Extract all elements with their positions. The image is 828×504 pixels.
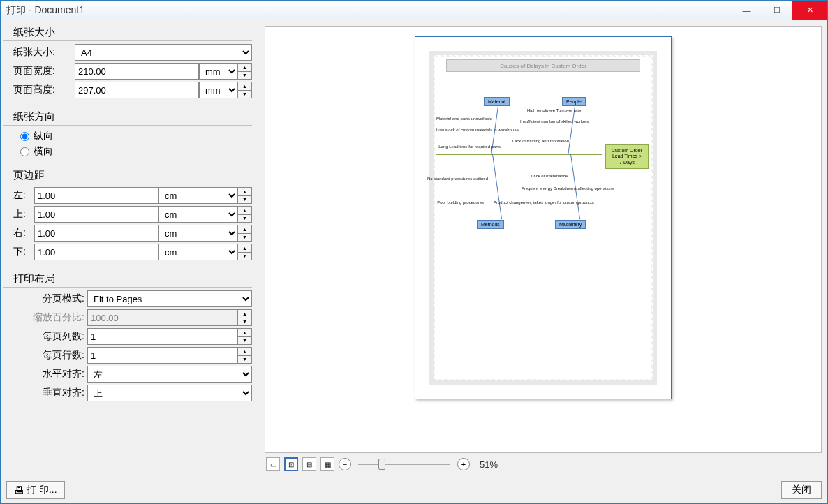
- scale-input: [87, 309, 238, 326]
- halign-select[interactable]: 左: [87, 366, 252, 383]
- ml-down[interactable]: ▼: [238, 196, 251, 204]
- cause-ppl3: Lack of training and motivation: [512, 139, 569, 144]
- scale-up: ▲: [238, 310, 251, 318]
- preview-page: Causes of Delays in Custom Order Custom …: [415, 36, 672, 399]
- rows-up[interactable]: ▲: [238, 348, 251, 356]
- group-layout: 打印布局: [3, 269, 252, 288]
- group-margins: 页边距: [3, 166, 252, 184]
- mr-down[interactable]: ▼: [238, 234, 251, 242]
- zoom-mode-width-icon[interactable]: ⊟: [302, 457, 316, 471]
- zoom-out-button[interactable]: −: [339, 458, 351, 470]
- cols-label: 每页列数:: [13, 330, 87, 343]
- margin-right-input[interactable]: [34, 225, 158, 242]
- cause-ppl1: High employee Turnover rate: [527, 108, 569, 113]
- height-down[interactable]: ▼: [238, 91, 251, 98]
- result-box: Custom Order Lead Times > 7 Days: [605, 144, 649, 169]
- settings-panel: 纸张大小 纸张大小: A4 页面宽度: mm ▲▼ 页面高度:: [1, 20, 259, 477]
- mr-up[interactable]: ▲: [238, 225, 251, 234]
- width-down[interactable]: ▼: [238, 72, 251, 80]
- margin-top-input[interactable]: [34, 206, 158, 223]
- titlebar: 打印 - Document1 — ☐ ✕: [1, 1, 827, 20]
- cause-mat3: Long Lead time for required parts: [438, 144, 501, 149]
- margin-right-label: 右:: [13, 227, 34, 239]
- minimize-button[interactable]: —: [731, 1, 762, 20]
- window-close-button[interactable]: ✕: [792, 1, 827, 20]
- margin-top-unit[interactable]: cm: [158, 206, 238, 223]
- zoom-mode-fit-icon[interactable]: ⊡: [284, 457, 298, 471]
- cause-ppl2: Insufficient number of skilled workers: [520, 119, 569, 124]
- cause-mat1: Material and parts unavailable: [436, 117, 492, 121]
- paper-size-select[interactable]: A4: [75, 44, 252, 61]
- cause-mth2: Poor building procedures: [437, 200, 484, 205]
- cols-up[interactable]: ▲: [238, 329, 251, 337]
- page-height-input[interactable]: [75, 82, 199, 98]
- diagram-title: Causes of Delays in Custom Order: [446, 59, 640, 72]
- margin-top-label: 上:: [13, 208, 34, 221]
- zoom-percent: 51%: [480, 459, 498, 470]
- margin-left-label: 左:: [13, 189, 34, 202]
- scale-label: 缩放百分比:: [13, 311, 87, 324]
- margin-bottom-input[interactable]: [34, 244, 158, 260]
- rows-down[interactable]: ▼: [238, 356, 251, 364]
- page-width-input[interactable]: [75, 63, 199, 80]
- cat-methods: Methods: [477, 220, 504, 229]
- mb-down[interactable]: ▼: [238, 253, 251, 260]
- halign-label: 水平对齐:: [13, 368, 87, 380]
- group-paper-size: 纸张大小: [3, 23, 252, 41]
- fishbone-diagram: Custom Order Lead Times > 7 Days Materia…: [435, 77, 651, 231]
- cause-mch3: Product changeover, takes longer for cus…: [494, 200, 563, 205]
- bottom-bar: 🖶打 印... 关闭: [1, 477, 827, 503]
- zoom-toolbar: ▭ ⊡ ⊟ ▦ − + 51%: [265, 453, 822, 471]
- orientation-portrait[interactable]: 纵向: [3, 128, 252, 144]
- margin-left-unit[interactable]: cm: [158, 187, 238, 204]
- printer-icon: 🖶: [14, 484, 24, 496]
- preview-panel: Causes of Delays in Custom Order Custom …: [259, 20, 827, 477]
- rows-input[interactable]: [87, 347, 238, 364]
- mb-up[interactable]: ▲: [238, 244, 251, 253]
- page-height-unit[interactable]: mm: [199, 82, 238, 98]
- zoom-mode-grid-icon[interactable]: ▦: [320, 457, 334, 471]
- mt-up[interactable]: ▲: [238, 207, 251, 215]
- zoom-slider[interactable]: [355, 457, 453, 471]
- print-dialog: 打印 - Document1 — ☐ ✕ 纸张大小 纸张大小: A4 页面宽度:: [0, 0, 828, 504]
- cause-mth1: No standard procedures outlined: [427, 177, 488, 181]
- ml-up[interactable]: ▲: [238, 188, 251, 196]
- zoom-mode-page-icon[interactable]: ▭: [266, 457, 280, 471]
- cause-mch2: Frequent energy Breakdowns affecting ope…: [522, 186, 591, 191]
- margin-bottom-unit[interactable]: cm: [158, 244, 238, 260]
- zoom-in-button[interactable]: +: [457, 458, 470, 470]
- margin-left-input[interactable]: [34, 187, 158, 204]
- cols-down[interactable]: ▼: [238, 337, 251, 345]
- height-up[interactable]: ▲: [238, 82, 251, 91]
- paging-label: 分页模式:: [13, 292, 87, 305]
- window-title: 打印 - Document1: [6, 4, 731, 17]
- cause-mch1: Lack of maitenance: [531, 174, 568, 179]
- maximize-button[interactable]: ☐: [762, 1, 792, 20]
- margin-bottom-label: 下:: [13, 246, 34, 258]
- page-height-label: 页面高度:: [13, 84, 75, 96]
- paging-select[interactable]: Fit to Pages: [87, 290, 252, 307]
- page-width-label: 页面宽度:: [13, 65, 75, 77]
- margin-right-unit[interactable]: cm: [158, 225, 238, 242]
- preview-area[interactable]: Causes of Delays in Custom Order Custom …: [265, 26, 822, 453]
- page-width-unit[interactable]: mm: [199, 63, 238, 80]
- cause-mat2: Low stock of custom materials in warehou…: [436, 128, 492, 133]
- cols-input[interactable]: [87, 328, 238, 345]
- cat-machinery: Machinery: [555, 220, 586, 229]
- print-button[interactable]: 🖶打 印...: [6, 481, 65, 499]
- close-button[interactable]: 关闭: [781, 481, 822, 499]
- scale-down: ▼: [238, 318, 251, 326]
- paper-size-label: 纸张大小:: [13, 46, 75, 59]
- rows-label: 每页行数:: [13, 349, 87, 362]
- group-orientation: 纸张方向: [3, 108, 252, 126]
- width-up[interactable]: ▲: [238, 64, 251, 72]
- cat-material: Material: [484, 97, 510, 106]
- cat-people: People: [562, 97, 586, 106]
- mt-down[interactable]: ▼: [238, 215, 251, 223]
- orientation-landscape[interactable]: 横向: [3, 144, 252, 159]
- valign-select[interactable]: 上: [87, 385, 252, 401]
- valign-label: 垂直对齐:: [13, 387, 87, 399]
